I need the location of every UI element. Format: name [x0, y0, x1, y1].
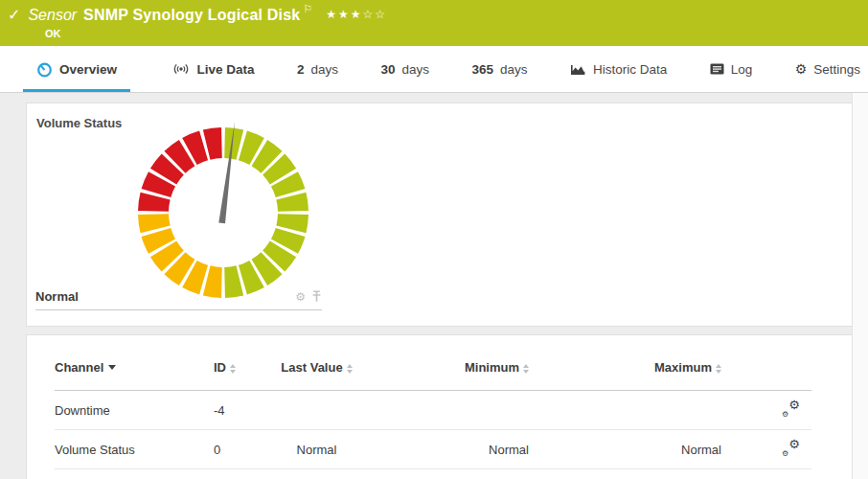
- column-label: Channel: [55, 360, 103, 375]
- column-header-minimum[interactable]: Minimum: [362, 335, 529, 391]
- tab-365-days[interactable]: 365 days: [471, 46, 527, 92]
- column-header-actions: [721, 335, 811, 391]
- right-gutter: [852, 93, 868, 479]
- column-header-last-value[interactable]: Last Value: [271, 335, 362, 391]
- status-check-icon: ✓: [8, 6, 20, 24]
- tab-30-days[interactable]: 30 days: [380, 46, 429, 92]
- sort-icon: [230, 364, 236, 374]
- channel-name: Downtime: [55, 391, 214, 430]
- tab-label: days: [310, 62, 338, 77]
- historic-data-icon: [570, 63, 586, 76]
- tab-label: Historic Data: [593, 62, 667, 77]
- channel-id: 0: [214, 430, 271, 469]
- column-label: Minimum: [465, 360, 519, 375]
- column-label: Maximum: [654, 360, 712, 375]
- sensor-header: ✓ Sensor SNMP Synology Logical Disk ⚐ ★★…: [0, 0, 868, 46]
- sensor-name: SNMP Synology Logical Disk: [83, 7, 300, 24]
- channels-header-row: Channel ID Last Value Minimum Maximu: [55, 335, 811, 391]
- tab-label: days: [401, 62, 429, 77]
- channel-maximum: [529, 391, 721, 430]
- content-area: Volume Status Normal ⚙ Channel: [0, 93, 868, 479]
- gauge-settings-icon[interactable]: ⚙: [295, 291, 306, 303]
- tab-settings[interactable]: ⚙ Settings: [795, 46, 860, 92]
- sort-desc-icon: [108, 365, 116, 370]
- rating-stars[interactable]: ★★★☆☆: [326, 8, 387, 21]
- channel-last-value: [271, 391, 362, 430]
- panel-title: Volume Status: [36, 116, 122, 130]
- channel-settings-icon[interactable]: ⚙ ⚙: [782, 440, 800, 456]
- channel-last-value: Normal: [271, 430, 362, 469]
- log-icon: [710, 63, 724, 75]
- column-label: ID: [214, 360, 226, 375]
- sensor-tabbar: Overview Live Data 2 days 30 days 365 da…: [0, 46, 868, 93]
- priority-flag-icon[interactable]: ⚐: [303, 3, 312, 15]
- channel-id: -4: [214, 391, 271, 430]
- channels-panel: Channel ID Last Value Minimum Maximu: [27, 335, 852, 479]
- channel-settings-icon[interactable]: ⚙ ⚙: [782, 400, 800, 417]
- tab-label: Log: [731, 62, 753, 77]
- tab-number: 2: [297, 62, 305, 77]
- tab-label: days: [500, 62, 528, 77]
- tab-log[interactable]: Log: [710, 46, 753, 92]
- channel-minimum: Normal: [362, 430, 529, 469]
- sort-icon: [716, 364, 721, 374]
- channel-row-downtime: Downtime -4 ⚙ ⚙: [55, 391, 811, 430]
- column-header-id[interactable]: ID: [214, 335, 271, 391]
- channel-minimum: [362, 391, 529, 430]
- tab-label: Overview: [59, 62, 117, 77]
- sort-icon: [523, 364, 529, 374]
- channels-table: Channel ID Last Value Minimum Maximu: [55, 335, 811, 469]
- sensor-title-row: ✓ Sensor SNMP Synology Logical Disk ⚐ ★★…: [8, 6, 387, 24]
- channel-row-volume-status: Volume Status 0 Normal Normal Normal ⚙ ⚙: [55, 430, 811, 469]
- tab-label: Live Data: [196, 62, 254, 77]
- tab-overview[interactable]: Overview: [23, 46, 130, 92]
- channel-name: Volume Status: [55, 430, 214, 469]
- tab-historic-data[interactable]: Historic Data: [570, 46, 667, 92]
- column-label: Last Value: [281, 360, 342, 375]
- gauge-status-label: Normal: [35, 289, 79, 304]
- tab-number: 365: [471, 62, 493, 77]
- tab-label: Settings: [813, 62, 860, 77]
- sort-icon: [347, 364, 353, 374]
- column-header-channel[interactable]: Channel: [55, 335, 214, 391]
- volume-status-gauge: [129, 119, 317, 307]
- gauge-footer: Normal ⚙: [35, 289, 322, 310]
- volume-status-panel: Volume Status Normal ⚙: [27, 103, 852, 326]
- live-data-icon: [172, 62, 190, 76]
- tab-live-data[interactable]: Live Data: [172, 46, 254, 92]
- gauge-footer-icons: ⚙: [295, 290, 322, 303]
- tab-number: 30: [380, 62, 395, 77]
- column-header-maximum[interactable]: Maximum: [529, 335, 721, 391]
- channel-maximum: Normal: [529, 430, 721, 469]
- tab-2-days[interactable]: 2 days: [297, 46, 338, 92]
- pin-icon[interactable]: [311, 290, 322, 303]
- gear-icon: ⚙: [795, 62, 808, 76]
- sensor-status-badge: OK: [45, 28, 61, 39]
- gauge-icon: [36, 61, 53, 78]
- object-kind-label: Sensor: [28, 7, 77, 24]
